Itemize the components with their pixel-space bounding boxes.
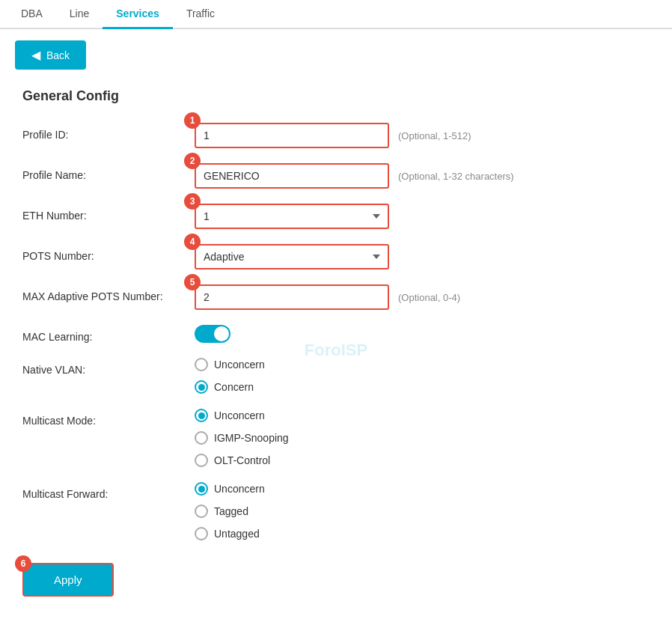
eth-number-control: 3 1 2 3 4 (195, 204, 389, 229)
badge-3: 3 (184, 193, 201, 210)
profile-name-input-wrap: 2 (195, 163, 389, 189)
radio-multicast-unconcern-circle (195, 409, 208, 422)
mac-learning-toggle[interactable] (195, 325, 230, 343)
native-vlan-group: Unconcern Concern (195, 358, 265, 394)
multicast-forward-tagged[interactable]: Tagged (195, 505, 265, 518)
radio-igmp-label: IGMP-Snooping (214, 432, 289, 444)
section-title: General Config (22, 88, 650, 104)
mac-learning-label: MAC Learning: (22, 325, 195, 343)
eth-number-label: ETH Number: (22, 204, 195, 222)
badge-1: 1 (184, 112, 201, 129)
max-adaptive-pots-hint: (Optional, 0-4) (398, 292, 460, 303)
profile-id-label: Profile ID: (22, 123, 195, 141)
radio-olt-label: OLT-Control (214, 454, 270, 466)
multicast-mode-igmp[interactable]: IGMP-Snooping (195, 431, 289, 445)
main-content: ForoISP General Config Profile ID: 1 (Op… (0, 81, 672, 619)
profile-name-input[interactable] (195, 163, 389, 189)
back-button-area: ◀ Back (0, 29, 672, 81)
pots-number-select-wrap: 4 Adaptive 0 1 2 3 4 (195, 244, 389, 269)
eth-number-select-wrap: 3 1 2 3 4 (195, 204, 389, 229)
tab-traffic[interactable]: Traffic (173, 0, 228, 29)
tab-bar: DBA Line Services Traffic (0, 0, 672, 29)
pots-number-label: POTS Number: (22, 244, 195, 262)
tab-dba[interactable]: DBA (7, 0, 56, 29)
mac-learning-row: MAC Learning: (22, 325, 650, 343)
profile-id-control: 1 (Optional, 1-512) (195, 123, 471, 148)
radio-igmp-circle (195, 431, 208, 445)
badge-6: 6 (15, 555, 31, 572)
multicast-forward-group: Unconcern Tagged Untagged (195, 482, 265, 540)
multicast-mode-row: Multicast Mode: Unconcern IGMP-Snooping … (22, 409, 650, 467)
radio-untagged-circle (195, 527, 208, 540)
max-adaptive-pots-input[interactable] (195, 284, 389, 310)
multicast-mode-group: Unconcern IGMP-Snooping OLT-Control (195, 409, 289, 467)
profile-name-hint: (Optional, 1-32 characters) (398, 171, 514, 182)
badge-4: 4 (184, 234, 201, 250)
radio-forward-unconcern-circle (195, 482, 208, 496)
toggle-knob (214, 326, 229, 341)
multicast-forward-label: Multicast Forward: (22, 482, 195, 500)
multicast-mode-olt[interactable]: OLT-Control (195, 454, 289, 467)
max-adaptive-pots-input-wrap: 5 (195, 284, 389, 310)
radio-concern-label: Concern (214, 381, 254, 393)
apply-area: 6 Apply (22, 563, 650, 597)
multicast-forward-untagged[interactable]: Untagged (195, 527, 265, 540)
radio-unconcern-label: Unconcern (214, 359, 265, 371)
profile-id-input-wrap: 1 (195, 123, 389, 148)
radio-tagged-circle (195, 505, 208, 518)
native-vlan-concern[interactable]: Concern (195, 380, 265, 394)
multicast-mode-label: Multicast Mode: (22, 409, 195, 427)
profile-name-label: Profile Name: (22, 163, 195, 181)
radio-multicast-unconcern-label: Unconcern (214, 409, 265, 421)
radio-concern-circle (195, 380, 208, 394)
radio-forward-unconcern-label: Unconcern (214, 483, 265, 495)
back-button[interactable]: ◀ Back (15, 40, 86, 70)
max-adaptive-pots-label: MAX Adaptive POTS Number: (22, 284, 195, 302)
badge-5: 5 (184, 274, 201, 290)
profile-name-row: Profile Name: 2 (Optional, 1-32 characte… (22, 163, 650, 189)
back-arrow-icon: ◀ (31, 48, 40, 62)
eth-number-select[interactable]: 1 2 3 4 (195, 204, 389, 229)
profile-name-control: 2 (Optional, 1-32 characters) (195, 163, 514, 189)
mac-learning-control (195, 325, 230, 343)
watermark: ForoISP (305, 341, 367, 360)
profile-id-hint: (Optional, 1-512) (398, 130, 471, 141)
eth-number-row: ETH Number: 3 1 2 3 4 (22, 204, 650, 229)
tab-services[interactable]: Services (103, 0, 173, 29)
radio-olt-circle (195, 454, 208, 467)
pots-number-control: 4 Adaptive 0 1 2 3 4 (195, 244, 389, 269)
apply-button[interactable]: Apply (22, 563, 114, 597)
apply-button-wrap: 6 Apply (22, 563, 114, 597)
tab-line[interactable]: Line (56, 0, 103, 29)
radio-unconcern-circle (195, 358, 208, 371)
multicast-mode-unconcern[interactable]: Unconcern (195, 409, 289, 422)
max-adaptive-pots-row: MAX Adaptive POTS Number: 5 (Optional, 0… (22, 284, 650, 310)
profile-id-row: Profile ID: 1 (Optional, 1-512) (22, 123, 650, 148)
multicast-forward-unconcern[interactable]: Unconcern (195, 482, 265, 496)
pots-number-row: POTS Number: 4 Adaptive 0 1 2 3 4 (22, 244, 650, 269)
radio-untagged-label: Untagged (214, 528, 260, 540)
native-vlan-unconcern[interactable]: Unconcern (195, 358, 265, 371)
max-adaptive-pots-control: 5 (Optional, 0-4) (195, 284, 460, 310)
profile-id-input[interactable] (195, 123, 389, 148)
native-vlan-label: Native VLAN: (22, 358, 195, 376)
multicast-forward-row: Multicast Forward: Unconcern Tagged Unta… (22, 482, 650, 540)
pots-number-select[interactable]: Adaptive 0 1 2 3 4 (195, 244, 389, 269)
native-vlan-row: Native VLAN: Unconcern Concern (22, 358, 650, 394)
back-button-label: Back (46, 49, 70, 61)
badge-2: 2 (184, 153, 201, 169)
radio-tagged-label: Tagged (214, 505, 248, 517)
